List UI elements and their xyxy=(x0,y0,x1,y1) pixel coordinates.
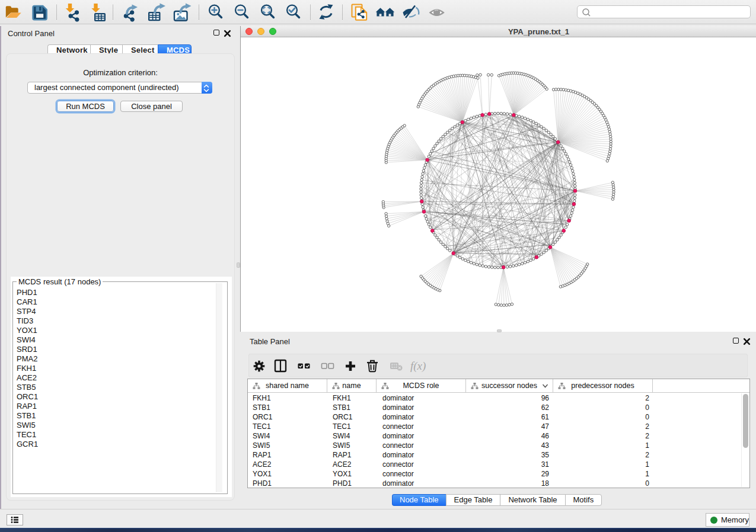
svg-text:f(x): f(x) xyxy=(410,360,426,373)
